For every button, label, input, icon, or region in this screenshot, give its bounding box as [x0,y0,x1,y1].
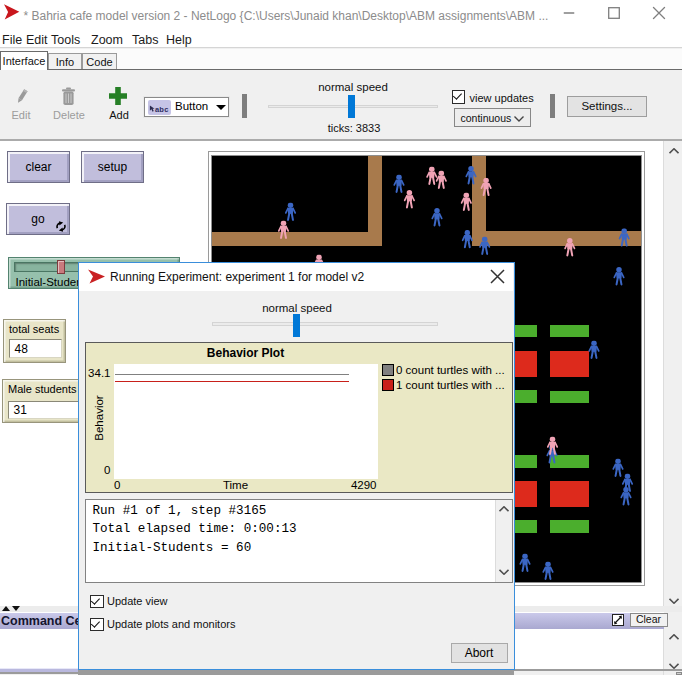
person-pink [481,178,490,195]
menu-bar: File Edit Tools Zoom Tabs Help [0,31,682,48]
cc-scroll-down-icon[interactable] [669,663,679,669]
window-title: * Bahria cafe model version 2 - NetLogo … [24,9,549,23]
menu-edit[interactable]: Edit [26,33,48,47]
person-blue [394,175,403,192]
person-blue [620,228,629,245]
person-pink [565,238,574,255]
tab-info[interactable]: Info [48,53,82,70]
ticks-counter: ticks: 3833 [304,122,404,134]
toolbar-separator [242,94,247,118]
bottom-divider-right [514,669,682,671]
dialog-speed-handle[interactable] [293,314,300,337]
splitter-up-icon[interactable] [2,606,10,611]
total-seats-monitor: total seats 48 [3,319,66,363]
person-blue [463,230,472,247]
person-blue [520,554,529,571]
toolbar: Edit Delete Add abc Button normal speed … [0,70,682,141]
output-scroll-down-icon[interactable] [499,569,509,575]
settings-button[interactable]: Settings... [567,96,647,118]
person-pink [279,221,288,238]
plot-title: Behavior Plot [116,346,376,360]
view-updates-checkbox[interactable] [452,90,466,104]
delete-button[interactable]: Delete [52,109,86,121]
scroll-up-icon[interactable] [669,148,679,154]
update-mode-dropdown[interactable]: continuous [454,108,531,127]
plot-x-min: 0 [114,479,120,491]
tab-code[interactable]: Code [82,53,117,70]
abort-button[interactable]: Abort [451,643,508,663]
plot-x-max: 4290 [326,479,377,491]
plot-y-axis-label: Behavior [93,388,105,448]
plot-x-axis-label: Time [186,479,286,491]
view-updates-label: view updates [470,92,534,104]
speed-slider-label: normal speed [303,81,403,93]
menu-tools[interactable]: Tools [51,33,80,47]
close-button[interactable] [636,0,681,26]
widget-dropdown-value: Button [175,100,208,112]
add-plus-icon[interactable] [109,87,127,105]
monitor-value: 48 [9,339,62,358]
person-blue [543,562,552,579]
output-scroll-up-icon[interactable] [499,506,509,512]
male-students-monitor: Male students 31 [2,379,86,423]
update-view-checkbox[interactable] [90,595,104,609]
update-plots-checkbox[interactable] [90,618,104,632]
interface-vertical-scrollbar[interactable] [663,141,682,612]
dialog-speed-track[interactable] [212,322,438,326]
behavior-plot-panel: Behavior Plot Behavior 34.1 0 0 Time 429… [85,342,513,493]
edit-button[interactable]: Edit [7,109,35,121]
add-button[interactable]: Add [104,109,134,121]
combo-chevron-icon [514,116,524,122]
minimize-button[interactable] [546,0,591,26]
output-line: Initial-Students = 60 [93,541,252,555]
dialog-speed-label: normal speed [247,302,347,314]
legend-swatch-gray [382,364,394,376]
plot-y-max: 34.1 [86,367,111,379]
edit-pencil-icon[interactable] [15,88,29,106]
command-center-expand-icon[interactable] [612,614,625,627]
person-blue [589,341,598,358]
update-view-label: Update view [107,595,168,607]
setup-button[interactable]: setup [81,151,144,183]
monitor-label: total seats [9,323,59,335]
dropdown-arrow-icon [216,105,226,110]
menu-help[interactable]: Help [166,33,192,47]
menu-zoom[interactable]: Zoom [91,33,123,47]
delete-trash-icon[interactable] [60,87,77,106]
button-widget-icon: abc [148,100,171,115]
legend-label: 1 count turtles with ... [396,379,505,391]
person-pink [437,171,446,188]
menu-file[interactable]: File [2,33,22,47]
bottom-divider-center [78,670,514,675]
slider-handle[interactable] [57,260,66,275]
scroll-down-icon[interactable] [669,598,679,604]
widget-icon-text: abc [155,105,169,114]
splitter-down-icon[interactable] [12,606,20,611]
widget-type-dropdown[interactable]: abc Button [144,97,229,117]
clear-button[interactable]: clear [7,151,70,183]
dialog-close-button[interactable] [484,265,510,289]
tab-interface[interactable]: Interface [0,51,48,71]
tab-row: Interface Info Code [0,49,682,71]
output-line: Total elapsed time: 0:00:13 [93,522,297,536]
person-pink [462,193,471,210]
experiment-output-box[interactable]: Run #1 of 1, step #3165 Total elapsed ti… [85,499,513,583]
legend-swatch-red [382,379,394,391]
maximize-button[interactable] [591,0,636,26]
monitor-label: Male students [8,383,76,395]
go-button[interactable]: go [6,203,70,235]
speed-slider-handle[interactable] [348,95,355,118]
output-line: Run #1 of 1, step #3165 [93,504,267,518]
dialog-netlogo-icon [88,269,105,288]
menu-tabs[interactable]: Tabs [132,33,158,47]
resize-grip[interactable] [676,672,682,675]
person-blue [286,203,295,220]
dialog-title: Running Experiment: experiment 1 for mod… [110,270,364,284]
person-blue [432,208,441,225]
person-blue [614,267,623,284]
update-mode-value: continuous [461,112,512,124]
command-center-clear-button[interactable]: Clear [630,613,668,627]
toolbar-separator-2 [550,94,555,118]
cc-scroll-up-icon[interactable] [669,634,679,640]
output-scrollbar[interactable] [495,500,512,582]
